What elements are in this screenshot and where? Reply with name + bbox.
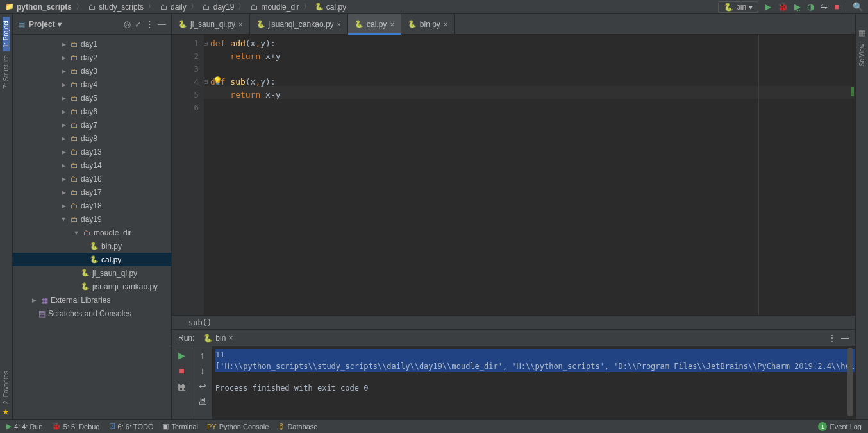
code-content[interactable]: def add(x,y): return x+y def sub(x,y): r… (204, 35, 855, 315)
run-icon[interactable]: ▶ (765, 2, 771, 12)
todo-tool-button[interactable]: ☑ 6: 6: TODO (109, 422, 154, 430)
event-log-button[interactable]: 1 Event Log (818, 422, 862, 431)
editor-tab[interactable]: 🐍cal.py× (348, 14, 401, 34)
editor-breadcrumb[interactable]: sub() (172, 315, 855, 329)
expand-arrow-icon[interactable]: ▶ (59, 95, 68, 101)
tree-item[interactable]: ▼🗀moudle_dir (13, 226, 171, 239)
layout-icon[interactable]: ▦ (178, 381, 186, 391)
expand-arrow-icon[interactable]: ▶ (59, 149, 68, 155)
terminal-tool-button[interactable]: ▣ Terminal (162, 422, 198, 430)
expand-arrow-icon[interactable]: ▶ (59, 55, 68, 61)
editor-tab[interactable]: 🐍ji_saun_qi.py× (172, 14, 250, 34)
wrap-icon[interactable]: ↩ (199, 381, 206, 391)
close-icon[interactable]: × (337, 21, 341, 28)
expand-arrow-icon[interactable]: ▶ (59, 189, 68, 196)
expand-arrow-icon[interactable]: ▶ (59, 176, 68, 182)
tree-item[interactable]: ▼🗀day19 (13, 212, 171, 226)
editor-tab[interactable]: 🐍jisuanqi_cankao.py× (250, 14, 349, 34)
pyconsole-tool-button[interactable]: PY Python Console (207, 423, 269, 430)
breadcrumb-item[interactable]: 🐍 cal.py (315, 3, 346, 12)
grid-icon[interactable]: ▦ (858, 28, 865, 37)
tree-item[interactable]: ▶🗀day1 (13, 37, 171, 51)
tree-item[interactable]: ▶🗀day5 (13, 91, 171, 105)
project-tree[interactable]: ▶🗀day1▶🗀day2▶🗀day3▶🗀day4▶🗀day5▶🗀day6▶🗀da… (13, 35, 171, 419)
tree-item[interactable]: ▶🗀day18 (13, 199, 171, 212)
expand-arrow-icon[interactable]: ▶ (59, 68, 68, 74)
search-icon[interactable]: 🔍 (853, 2, 863, 12)
hide-icon[interactable]: — (158, 19, 166, 29)
editor[interactable]: 123456 def add(x,y): return x+y def sub(… (172, 35, 855, 315)
tree-item[interactable]: ▶▦External Libraries (13, 293, 171, 307)
tree-item[interactable]: ▤Scratches and Consoles (13, 307, 171, 320)
tree-item[interactable]: ▶🗀day17 (13, 185, 171, 199)
settings-icon[interactable]: ⋮ (146, 19, 154, 29)
attach-icon[interactable]: ⇋ (821, 2, 828, 12)
collapse-icon[interactable]: ⤢ (135, 19, 142, 29)
debug-icon[interactable]: 🐞 (778, 2, 788, 12)
expand-arrow-icon[interactable]: ▼ (72, 230, 81, 236)
editor-tab[interactable]: 🐍bin.py× (401, 14, 455, 34)
breadcrumb-item[interactable]: 🗀 day19 (202, 3, 235, 12)
run-config-selector[interactable]: 🐍 bin ▾ (718, 1, 758, 13)
tree-item[interactable]: ▶🗀day4 (13, 78, 171, 91)
expand-arrow-icon[interactable]: ▶ (59, 203, 68, 209)
breadcrumb-item[interactable]: 📁 python_scripts (5, 3, 72, 12)
target-icon[interactable]: ◎ (124, 19, 131, 29)
scrollbar[interactable] (847, 348, 853, 416)
tree-item[interactable]: ▶🗀day2 (13, 51, 171, 64)
tab-label: ji_saun_qi.py (190, 20, 235, 29)
console-output[interactable]: 11 ['H:\\python_scripts\\study_scripts\\… (213, 346, 855, 419)
database-tool-button[interactable]: 🛢 Database (278, 423, 317, 430)
expand-arrow-icon[interactable]: ▼ (59, 216, 68, 223)
line-number: 5 (172, 89, 199, 101)
crumb-text: sub() (188, 318, 212, 327)
tree-label: day18 (81, 201, 102, 210)
up-icon[interactable]: ↑ (200, 350, 204, 361)
expand-arrow-icon[interactable]: ▶ (59, 162, 68, 169)
tree-item[interactable]: 🐍ji_saun_qi.py (13, 266, 171, 280)
run-tool-button[interactable]: ▶ 4: 4: Run (6, 422, 43, 430)
close-icon[interactable]: × (228, 334, 233, 343)
breadcrumb-item[interactable]: 🗀 study_scripts (87, 3, 144, 12)
expand-arrow-icon[interactable]: ▶ (59, 122, 68, 128)
profile-icon[interactable]: ◑ (807, 2, 814, 12)
hide-icon[interactable]: — (841, 334, 849, 343)
close-icon[interactable]: × (444, 21, 447, 28)
fold-icon[interactable]: ⊟ (204, 76, 208, 89)
project-tool-button[interactable]: 1: Project (3, 17, 10, 51)
close-icon[interactable]: × (390, 21, 394, 28)
expand-arrow-icon[interactable]: ▶ (59, 108, 68, 115)
tree-item[interactable]: ▶🗀day8 (13, 132, 171, 145)
stop-icon[interactable]: ■ (834, 2, 839, 12)
tree-item[interactable]: ▶🗀day13 (13, 145, 171, 158)
expand-arrow-icon[interactable]: ▶ (29, 297, 38, 303)
stop-icon[interactable]: ■ (179, 366, 184, 376)
print-icon[interactable]: 🖶 (198, 396, 207, 407)
debug-tool-button[interactable]: 🐞 5: 5: Debug (52, 422, 100, 430)
tree-item[interactable]: 🐍jisuanqi_cankao.py (13, 280, 171, 293)
down-icon[interactable]: ↓ (200, 366, 204, 376)
run-tab[interactable]: 🐍 bin × (199, 332, 237, 344)
structure-tool-button[interactable]: 7: Structure (3, 51, 10, 92)
expand-arrow-icon[interactable]: ▶ (59, 81, 68, 88)
rerun-icon[interactable]: ▶ (178, 350, 185, 361)
coverage-icon[interactable]: ▶̤ (794, 2, 801, 12)
breadcrumb-item[interactable]: 🗀 daily (159, 3, 187, 12)
breadcrumb-item[interactable]: 🗀 moudle_dir (249, 3, 299, 12)
tree-item[interactable]: ▶🗀day14 (13, 158, 171, 172)
intention-bulb-icon[interactable]: 💡 (213, 74, 222, 87)
favorites-tool-button[interactable]: 2: Favorites (3, 367, 10, 408)
close-icon[interactable]: × (238, 21, 242, 28)
sidebar-title[interactable]: Project ▾ (29, 20, 120, 29)
tree-item[interactable]: ▶🗀day6 (13, 105, 171, 118)
tree-item[interactable]: ▶🗀day7 (13, 118, 171, 132)
expand-arrow-icon[interactable]: ▶ (59, 135, 68, 142)
fold-icon[interactable]: ⊟ (204, 37, 208, 50)
sciview-tool-button[interactable]: SciView (858, 40, 865, 70)
tree-item[interactable]: ▶🗀day3 (13, 64, 171, 78)
tree-item[interactable]: 🐍cal.py (13, 253, 171, 266)
settings-icon[interactable]: ⋮ (828, 334, 836, 343)
expand-arrow-icon[interactable]: ▶ (59, 41, 68, 47)
tree-item[interactable]: ▶🗀day16 (13, 172, 171, 185)
tree-item[interactable]: 🐍bin.py (13, 239, 171, 253)
